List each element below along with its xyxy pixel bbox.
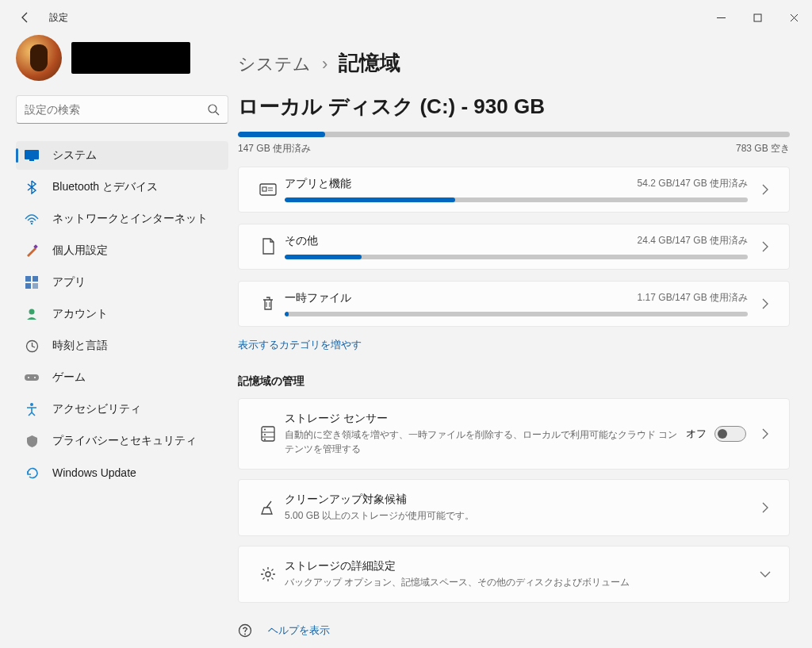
svg-rect-14 — [25, 374, 39, 381]
category-usage: 24.4 GB/147 GB 使用済み — [638, 234, 748, 248]
shield-icon — [24, 433, 40, 449]
breadcrumb-parent[interactable]: システム — [238, 52, 311, 76]
nav-accessibility[interactable]: アクセシビリティ — [16, 395, 228, 424]
nav-apps[interactable]: アプリ — [16, 268, 228, 297]
svg-rect-5 — [29, 159, 34, 161]
storage-sense-title: ストレージ センサー — [285, 412, 686, 426]
svg-rect-4 — [25, 150, 39, 159]
svg-point-17 — [30, 403, 33, 406]
search-icon — [207, 103, 220, 116]
nav: システム Bluetooth とデバイス ネットワークとインターネット 個人用設… — [16, 141, 228, 487]
back-button[interactable] — [16, 8, 35, 27]
window-title: 設定 — [49, 11, 68, 25]
nav-label: Bluetooth とデバイス — [52, 180, 158, 194]
network-icon — [24, 211, 40, 227]
chevron-right-icon — [754, 298, 776, 309]
paint-icon — [24, 243, 40, 259]
breadcrumb-separator: › — [322, 54, 327, 75]
disk-usage-labels: 147 GB 使用済み 783 GB 空き — [238, 142, 790, 155]
chevron-right-icon — [754, 241, 776, 252]
minimize-button[interactable] — [703, 6, 739, 29]
maximize-button[interactable] — [739, 6, 776, 29]
storage-sense-card[interactable]: ストレージ センサー 自動的に空き領域を増やす、一時ファイルを削除する、ローカル… — [238, 398, 790, 470]
svg-point-12 — [29, 309, 35, 315]
svg-point-28 — [264, 434, 266, 435]
search-input[interactable] — [25, 103, 207, 116]
search-box[interactable] — [16, 95, 228, 124]
system-icon — [24, 148, 40, 163]
nav-bluetooth[interactable]: Bluetooth とデバイス — [16, 173, 228, 201]
svg-rect-24 — [262, 427, 274, 441]
advanced-desc: バックアップ オプション、記憶域スペース、その他のディスクおよびボリューム — [285, 575, 746, 589]
nav-label: 個人用設定 — [52, 243, 108, 258]
cleanup-desc: 5.00 GB 以上のストレージが使用可能です。 — [285, 508, 746, 523]
svg-rect-7 — [33, 244, 38, 249]
gaming-icon — [24, 370, 40, 385]
accessibility-icon — [24, 401, 40, 417]
svg-point-16 — [34, 377, 36, 378]
svg-point-2 — [209, 105, 216, 113]
manage-section-title: 記憶域の管理 — [238, 374, 790, 389]
profile-name-redacted — [71, 42, 190, 74]
storage-sense-state: オフ — [686, 427, 707, 441]
avatar — [16, 35, 62, 81]
profile[interactable] — [16, 35, 228, 81]
svg-rect-8 — [25, 276, 31, 282]
svg-rect-1 — [754, 14, 761, 21]
broom-icon — [251, 500, 285, 516]
svg-point-6 — [31, 223, 33, 224]
svg-rect-9 — [33, 276, 38, 282]
nav-label: プライバシーとセキュリティ — [52, 434, 197, 448]
help-icon — [238, 623, 254, 638]
titlebar: 設定 — [0, 0, 812, 35]
category-usage: 54.2 GB/147 GB 使用済み — [638, 177, 748, 191]
svg-point-32 — [244, 634, 246, 635]
update-icon — [24, 465, 40, 481]
show-more-categories-link[interactable]: 表示するカテゴリを増やす — [238, 338, 362, 352]
svg-point-30 — [266, 572, 270, 577]
help-link[interactable]: ヘルプを表示 — [268, 623, 330, 638]
nav-accounts[interactable]: アカウント — [16, 300, 228, 328]
breadcrumb-current: 記憶域 — [339, 49, 400, 77]
category-usage: 1.17 GB/147 GB 使用済み — [638, 291, 748, 305]
disk-title: ローカル ディスク (C:) - 930 GB — [238, 93, 790, 121]
bluetooth-icon — [24, 179, 40, 195]
nav-network[interactable]: ネットワークとインターネット — [16, 205, 228, 233]
nav-label: アクセシビリティ — [52, 402, 141, 416]
storage-sense-desc: 自動的に空き領域を増やす、一時ファイルを削除する、ローカルで利用可能なクラウド … — [285, 428, 686, 456]
nav-gaming[interactable]: ゲーム — [16, 363, 228, 392]
nav-label: ネットワークとインターネット — [52, 212, 208, 226]
svg-point-29 — [264, 439, 266, 440]
svg-rect-19 — [262, 187, 266, 191]
svg-point-27 — [264, 429, 266, 431]
nav-label: アカウント — [52, 307, 108, 321]
storage-sense-toggle[interactable] — [714, 426, 746, 442]
nav-windows-update[interactable]: Windows Update — [16, 458, 228, 487]
apps-features-icon — [251, 182, 285, 197]
nav-privacy[interactable]: プライバシーとセキュリティ — [16, 427, 228, 455]
advanced-storage-card[interactable]: ストレージの詳細設定 バックアップ オプション、記憶域スペース、その他のディスク… — [238, 546, 790, 603]
breadcrumb: システム › 記憶域 — [238, 49, 790, 77]
chevron-right-icon — [754, 184, 776, 195]
help-row[interactable]: ヘルプを表示 — [238, 623, 790, 638]
svg-point-15 — [28, 377, 29, 378]
svg-rect-10 — [25, 283, 31, 289]
category-name: アプリと機能 — [285, 177, 351, 191]
category-temp[interactable]: 一時ファイル1.17 GB/147 GB 使用済み — [238, 281, 790, 327]
cleanup-title: クリーンアップ対象候補 — [285, 493, 746, 507]
clock-icon — [24, 338, 40, 354]
category-apps[interactable]: アプリと機能54.2 GB/147 GB 使用済み — [238, 167, 790, 213]
nav-personalization[interactable]: 個人用設定 — [16, 236, 228, 265]
cleanup-card[interactable]: クリーンアップ対象候補 5.00 GB 以上のストレージが使用可能です。 — [238, 479, 790, 536]
chevron-right-icon — [754, 502, 776, 513]
trash-icon — [251, 296, 285, 312]
nav-label: システム — [52, 148, 97, 163]
category-name: 一時ファイル — [285, 291, 351, 305]
nav-system[interactable]: システム — [16, 141, 228, 170]
category-other[interactable]: その他24.4 GB/147 GB 使用済み — [238, 224, 790, 270]
category-name: その他 — [285, 234, 318, 248]
nav-time-language[interactable]: 時刻と言語 — [16, 332, 228, 360]
account-icon — [24, 306, 40, 322]
sidebar: システム Bluetooth とデバイス ネットワークとインターネット 個人用設… — [0, 35, 238, 648]
close-button[interactable] — [776, 6, 812, 29]
